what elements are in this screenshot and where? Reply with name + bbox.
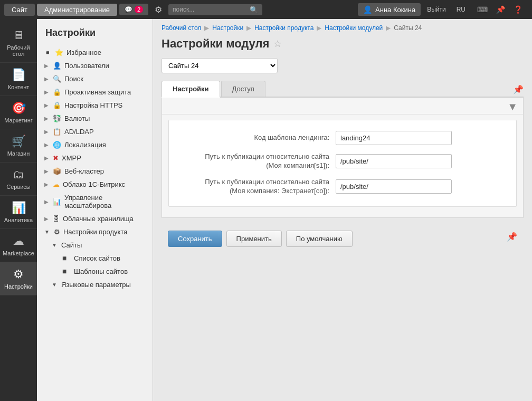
cloudstorage-icon: 🗄: [53, 215, 60, 223]
webcluster-icon: 📦: [53, 167, 61, 175]
dropdown-toggle-icon[interactable]: ▼: [507, 101, 518, 113]
page-title-row: Настройки модуля ☆: [162, 37, 524, 51]
arrow-sites: ▼: [52, 242, 57, 248]
tab-pin-icon[interactable]: 📌: [513, 84, 524, 94]
adldap-icon: 📋: [53, 128, 61, 136]
marketplace-icon: ☁: [13, 234, 24, 248]
sidebar-item-content[interactable]: 📄 Контент: [0, 63, 37, 96]
apply-button[interactable]: Применить: [226, 231, 282, 247]
action-pin-icon[interactable]: 📌: [507, 232, 517, 242]
tabs-content-area: Настройки Доступ 📌 ▼ Код шаблона лендинг…: [162, 81, 524, 252]
sidebar-item-proactive[interactable]: ▶ 🔒 Проактивная защита: [37, 85, 153, 99]
sidebar-label-services: Сервисы: [6, 184, 31, 190]
sidebar-label-marketing: Маркетинг: [4, 117, 32, 123]
search-input[interactable]: [173, 6, 246, 13]
sidebar-item-marketing[interactable]: 🎯 Маркетинг: [0, 96, 37, 129]
shop-icon: 🛒: [12, 135, 26, 148]
save-button[interactable]: Сохранить: [168, 231, 222, 247]
arrow-productsettings: ▼: [44, 229, 50, 235]
sidebar-item-productsettings[interactable]: ▼ ⚙ Настройки продукта: [37, 225, 153, 238]
breadcrumb-desktop[interactable]: Рабочий стол: [162, 24, 201, 32]
sidebar-item-cloudstorage[interactable]: ▶ 🗄 Облачные хранилища: [37, 212, 153, 225]
field2-label: Путь к публикации относительно сайта(Моя…: [182, 152, 329, 170]
messages-button[interactable]: 💬 2: [119, 4, 148, 15]
arrow-https: ▶: [44, 102, 49, 108]
sidebar-item-currencies[interactable]: ▶ 💱 Валюты: [37, 112, 153, 125]
toolbar-icons: ⌨ 📌 ❓: [472, 4, 528, 15]
second-sidebar: Настройки ◾ ⭐ Избранное ▶ 👤 Пользователи…: [37, 19, 153, 401]
sidebar-item-sites[interactable]: ▼ Сайты: [37, 238, 153, 252]
page-title: Настройки модуля: [162, 37, 269, 51]
breadcrumb-productsettings[interactable]: Настройки продукта: [254, 24, 314, 32]
tabs-row: Настройки Доступ 📌: [162, 81, 524, 98]
arrow-cloud: ▶: [44, 182, 49, 187]
sidebar-item-adldap[interactable]: ▶ 📋 AD/LDAP: [37, 125, 153, 138]
search-icon: 🔍: [250, 6, 258, 14]
arrow-proactive: ▶: [44, 89, 49, 95]
siteslist-bullet: ◾: [60, 254, 69, 262]
sidebar-item-settings[interactable]: ⚙ Настройки: [0, 262, 37, 295]
field2-input[interactable]: [336, 154, 452, 168]
lang-selector[interactable]: RU: [452, 4, 470, 15]
content-box: ▼ Код шаблона лендинга: Путь к публикаци…: [162, 98, 524, 218]
breadcrumb-modulesettings[interactable]: Настройки модулей: [325, 24, 383, 32]
marketing-icon: 🎯: [12, 101, 26, 115]
action-buttons: Сохранить Применить По умолчанию 📌: [162, 225, 524, 252]
module-select[interactable]: Сайты 24: [162, 58, 278, 73]
sidebar-item-https[interactable]: ▶ 🔒 Настройка HTTPS: [37, 99, 153, 112]
sidebar-item-langparams[interactable]: ▼ Языковые параметры: [37, 278, 153, 291]
users-label: Пользователи: [64, 62, 109, 70]
gear-icon[interactable]: ⚙: [150, 3, 166, 17]
tab-settings[interactable]: Настройки: [162, 81, 220, 98]
breadcrumb-settings[interactable]: Настройки: [212, 24, 243, 32]
sidebar-item-shop[interactable]: 🛒 Магазин: [0, 129, 37, 163]
module-select-row: Сайты 24: [162, 58, 524, 73]
productsettings-icon: ⚙: [54, 228, 60, 236]
sidebar-item-services[interactable]: 🗂 Сервисы: [0, 163, 37, 196]
field3-input[interactable]: [336, 179, 452, 194]
admin-tab[interactable]: Администрирование: [37, 4, 117, 16]
tab-access[interactable]: Доступ: [221, 81, 265, 97]
site-tab[interactable]: Сайт: [4, 4, 35, 16]
https-icon: 🔒: [53, 101, 61, 109]
default-button[interactable]: По умолчанию: [286, 231, 353, 247]
sidebar-item-sitestemplates[interactable]: ◾ Шаблоны сайтов: [37, 265, 153, 278]
xmpp-label: XMPP: [62, 154, 81, 162]
sidebar-item-desktop[interactable]: 🖥 Рабочий стол: [0, 23, 37, 63]
xmpp-icon: ✖: [53, 154, 59, 162]
sidebar-item-search[interactable]: ▶ 🔍 Поиск: [37, 72, 153, 85]
sidebar-item-siteslist[interactable]: ◾ Список сайтов: [37, 252, 153, 265]
arrow-webcluster: ▶: [44, 168, 49, 174]
sidebar-title: Настройки: [37, 24, 153, 46]
sidebar-item-favorites[interactable]: ◾ ⭐ Избранное: [37, 46, 153, 59]
sidebar-item-xmpp[interactable]: ▶ ✖ XMPP: [37, 151, 153, 165]
sidebar-item-locale[interactable]: ▶ 🌐 Локализация: [37, 138, 153, 151]
sidebar-item-marketplace[interactable]: ☁ Marketplace: [0, 229, 37, 262]
sidebar-label-content: Контент: [8, 84, 30, 90]
sidebar-item-analytics[interactable]: 📊 Аналитика: [0, 196, 37, 229]
siteslist-label: Список сайтов: [74, 254, 120, 262]
top-nav: Сайт Администрирование 💬 2 ⚙ 🔍 👤 Анна Ко…: [0, 0, 532, 19]
logout-button[interactable]: Выйти: [423, 4, 450, 15]
sidebar-label-settings: Настройки: [4, 283, 33, 290]
field1-input[interactable]: [336, 131, 452, 145]
user-menu[interactable]: 👤 Анна Кокина: [358, 3, 421, 16]
messages-badge: 2: [135, 6, 143, 13]
sidebar-item-webcluster[interactable]: ▶ 📦 Веб-кластер: [37, 165, 153, 178]
sitestemplates-bullet: ◾: [60, 268, 69, 275]
sep4: ▶: [386, 24, 391, 32]
sidebar-item-scaling[interactable]: ▶ 📊 Управление масштабирова: [37, 191, 153, 212]
sidebar-item-users[interactable]: ▶ 👤 Пользователи: [37, 59, 153, 72]
keyboard-icon[interactable]: ⌨: [475, 4, 490, 15]
form-area: Код шаблона лендинга: Путь к публикации …: [168, 120, 517, 207]
chat-icon: 💬: [125, 6, 132, 13]
arrow-users: ▶: [44, 63, 49, 69]
sidebar-item-cloud[interactable]: ▶ ☁ Облако 1С-Битрикс: [37, 178, 153, 191]
users-icon: 👤: [53, 62, 61, 70]
help-icon[interactable]: ❓: [511, 4, 525, 15]
currencies-icon: 💱: [53, 114, 61, 122]
content-icon: 📄: [12, 68, 26, 82]
analytics-icon: 📊: [12, 201, 26, 215]
favorite-star-icon[interactable]: ☆: [273, 38, 282, 50]
pin-icon[interactable]: 📌: [494, 4, 507, 15]
